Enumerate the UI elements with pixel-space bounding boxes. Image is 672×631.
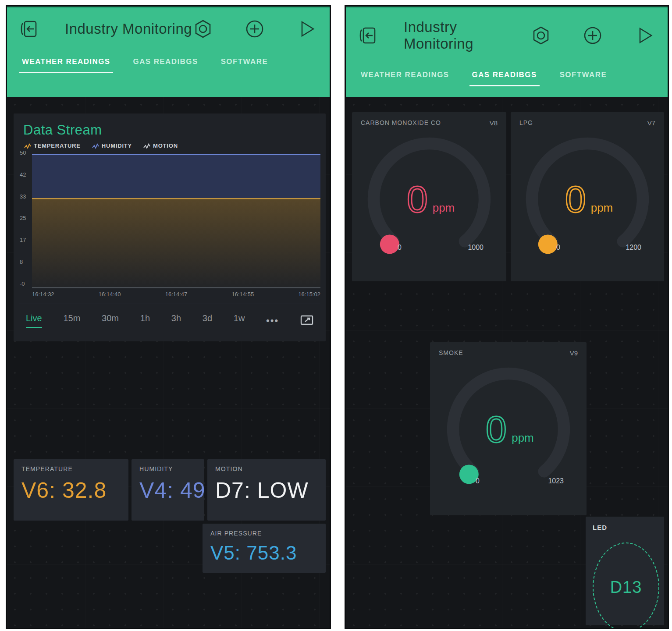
led-pin: D13 (610, 578, 642, 597)
led-indicator-circle: D13 (593, 542, 659, 629)
gauge-needle-dot (538, 234, 558, 254)
gauge-pin: V7 (647, 119, 655, 127)
add-widget-plus-icon[interactable] (583, 25, 603, 46)
superchart-widget[interactable]: Data Stream TEMPERATURE HUMIDITY MOTION (14, 113, 326, 341)
range-live[interactable]: Live (26, 313, 42, 328)
air-pressure-value: V5: 753.3 (210, 542, 318, 564)
app-title: Industry Monitoring (404, 19, 531, 52)
chart-plot-area[interactable]: 50 42 33 25 17 8 -0 (19, 152, 320, 288)
phone-panel-gas: Industry Monitoring WEATHER READINGS GAS… (345, 5, 669, 629)
gauge-label: CARBON MONOXIDE CO (361, 119, 441, 127)
range-1w[interactable]: 1w (234, 313, 245, 328)
gauge-needle-dot (380, 234, 399, 254)
temperature-value: V6: 32.8 (21, 478, 121, 503)
value-widget-air-pressure[interactable]: AIR PRESSURE V5: 753.3 (203, 524, 326, 573)
x-axis-labels: 16:14:32 16:14:40 16:14:47 16:14:55 16:1… (32, 291, 320, 298)
svg-text:0: 0 (565, 178, 586, 218)
range-1h[interactable]: 1h (140, 313, 150, 328)
more-ranges-icon[interactable]: ••• (266, 319, 279, 323)
phone-panel-weather: Industry Monitoring WEATHER READINGS GAS… (6, 5, 331, 629)
project-settings-nut-icon[interactable] (531, 25, 551, 46)
dashboard-grid-weather: Data Stream TEMPERATURE HUMIDITY MOTION (7, 97, 330, 628)
chart-title: Data Stream (23, 122, 320, 138)
svg-text:0: 0 (407, 178, 428, 218)
gauge-pin: V9 (570, 349, 578, 357)
pulse-icon (24, 143, 31, 149)
pulse-icon (143, 143, 150, 149)
app-bar: Industry Monitoring WEATHER READINGS GAS… (346, 7, 668, 97)
gauge-widget-smoke[interactable]: SMOKE V9 0 ppm 0 1023 (430, 342, 587, 515)
screenshot-canvas: Industry Monitoring WEATHER READINGS GAS… (0, 0, 672, 631)
gauge-value: 0 ppm (352, 178, 506, 218)
tab-gas-readings[interactable]: GAS READIBGS (131, 57, 201, 73)
gauge-label: SMOKE (439, 349, 463, 357)
pulse-icon (92, 143, 99, 149)
range-3d[interactable]: 3d (203, 313, 212, 328)
tab-bar: WEATHER READINGS GAS READIBGS SOFTWARE (346, 71, 668, 86)
gauge-pin: V8 (490, 119, 498, 127)
exit-icon[interactable] (358, 25, 378, 46)
motion-value: D7: LOW (215, 478, 318, 503)
range-30m[interactable]: 30m (102, 313, 119, 328)
gauge-widget-lpg[interactable]: LPG V7 0 ppm 0 1200 (511, 112, 664, 281)
tab-gas-readings[interactable]: GAS READIBGS (469, 71, 540, 86)
run-play-icon[interactable] (634, 25, 654, 46)
chart-legend: TEMPERATURE HUMIDITY MOTION (24, 142, 320, 149)
legend-item-motion[interactable]: MOTION (143, 142, 178, 149)
y-axis-labels: 50 42 33 25 17 8 -0 (19, 152, 32, 288)
tab-weather-readings[interactable]: WEATHER READINGS (358, 71, 452, 86)
legend-item-temperature[interactable]: TEMPERATURE (24, 142, 81, 149)
add-widget-plus-icon[interactable] (245, 19, 265, 39)
gauge-value: 0 ppm (511, 178, 664, 218)
tab-software[interactable]: SOFTWARE (557, 71, 610, 86)
run-play-icon[interactable] (296, 19, 316, 39)
exit-icon[interactable] (19, 19, 39, 39)
time-range-bar: Live 15m 30m 1h 3h 3d 1w ••• (19, 304, 320, 331)
tab-software[interactable]: SOFTWARE (218, 57, 271, 73)
tab-weather-readings[interactable]: WEATHER READINGS (19, 57, 113, 73)
app-bar: Industry Monitoring WEATHER READINGS GAS… (7, 7, 330, 97)
range-15m[interactable]: 15m (63, 313, 80, 328)
humidity-value: V4: 49 (139, 478, 196, 503)
value-widget-humidity[interactable]: HUMIDITY V4: 49 (132, 459, 204, 521)
gauge-widget-carbon-monoxide[interactable]: CARBON MONOXIDE CO V8 0 ppm 0 1000 (352, 112, 506, 281)
fullscreen-icon[interactable] (300, 314, 313, 327)
project-settings-nut-icon[interactable] (193, 19, 213, 39)
value-widget-row: TEMPERATURE V6: 32.8 HUMIDITY V4: 49 MOT… (14, 459, 326, 521)
chart-canvas (32, 152, 320, 288)
gauge-value: 0 ppm (430, 408, 587, 448)
led-widget[interactable]: LED D13 (586, 517, 664, 625)
dashboard-grid-gas: CARBON MONOXIDE CO V8 0 ppm 0 1000 (346, 97, 668, 628)
svg-text:0: 0 (486, 408, 507, 448)
tab-bar: WEATHER READINGS GAS READIBGS SOFTWARE (7, 57, 330, 73)
gauge-label: LPG (519, 119, 533, 127)
range-3h[interactable]: 3h (171, 313, 181, 328)
app-title: Industry Monitoring (65, 21, 193, 37)
value-widget-temperature[interactable]: TEMPERATURE V6: 32.8 (14, 459, 128, 521)
value-widget-motion[interactable]: MOTION D7: LOW (207, 459, 326, 521)
legend-item-humidity[interactable]: HUMIDITY (92, 142, 132, 149)
led-label: LED (593, 524, 657, 531)
